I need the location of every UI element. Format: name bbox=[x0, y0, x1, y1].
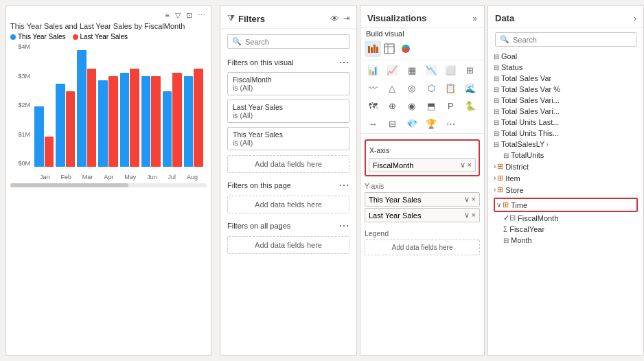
chart-scrollbar[interactable] bbox=[10, 183, 207, 187]
legend-add-data-btn[interactable]: Add data fields here bbox=[365, 240, 480, 255]
bar-red-4[interactable] bbox=[130, 69, 139, 167]
viz-icon-13[interactable]: 🗺 bbox=[365, 97, 381, 114]
tree-group-time[interactable]: ∨⊞Time bbox=[494, 198, 638, 212]
viz-icon-3[interactable]: ▦ bbox=[404, 62, 420, 78]
viz-icon-10[interactable]: ⬡ bbox=[423, 80, 439, 96]
yaxis-2-chevron-icon[interactable]: ∨ bbox=[464, 211, 470, 220]
add-data-visual-btn[interactable]: Add data fields here bbox=[227, 155, 349, 173]
bar-red-7[interactable] bbox=[194, 69, 203, 167]
viz-icon-6[interactable]: ⊞ bbox=[462, 62, 479, 78]
time-expand-icon[interactable]: ∨ bbox=[496, 201, 501, 209]
viz-icon-20[interactable]: ⊟ bbox=[384, 115, 400, 132]
xaxis-close-icon[interactable]: × bbox=[468, 161, 472, 170]
xaxis-field-row[interactable]: FiscalMonth ∨ × bbox=[369, 158, 476, 172]
tree-item-status[interactable]: ⊟Status bbox=[492, 62, 639, 73]
viz-icon-9[interactable]: ◎ bbox=[404, 80, 420, 96]
store-expand-icon[interactable]: › bbox=[494, 186, 496, 194]
bar-red-3[interactable] bbox=[108, 76, 118, 167]
bar-blue-2[interactable] bbox=[77, 50, 87, 167]
expand-icon-totalsalesly[interactable]: › bbox=[546, 141, 548, 148]
district-expand-icon[interactable]: › bbox=[494, 163, 496, 170]
yaxis-1-chevron-icon[interactable]: ∨ bbox=[464, 195, 470, 204]
viz-type-pie-icon[interactable] bbox=[398, 40, 414, 57]
yaxis-2-close-icon[interactable]: × bbox=[472, 211, 476, 220]
add-data-all-btn[interactable]: Add data fields here bbox=[227, 236, 349, 254]
viz-type-table-icon[interactable] bbox=[381, 40, 398, 57]
viz-icon-16[interactable]: ⬒ bbox=[423, 97, 439, 114]
viz-expand-icon[interactable]: » bbox=[472, 14, 477, 23]
viz-icon-1[interactable]: 📊 bbox=[365, 62, 381, 78]
filter-lastyear-value: is (All) bbox=[233, 111, 344, 119]
data-panel-expand-icon[interactable]: › bbox=[634, 14, 636, 23]
viz-icon-8[interactable]: △ bbox=[384, 80, 400, 96]
data-search-input[interactable] bbox=[513, 36, 632, 44]
item-expand-icon[interactable]: › bbox=[494, 174, 496, 182]
expand-arrows-icon[interactable]: ⇥ bbox=[343, 14, 349, 24]
bar-red-1[interactable] bbox=[66, 91, 76, 167]
yaxis-field-row-2[interactable]: Last Year Sales ∨ × bbox=[365, 208, 480, 222]
tree-group-item[interactable]: ›⊞Item bbox=[492, 172, 639, 184]
bar-blue-6[interactable] bbox=[163, 91, 172, 167]
filters-search-input[interactable] bbox=[245, 38, 345, 46]
eye-icon[interactable]: 👁 bbox=[330, 14, 339, 24]
bar-blue-4[interactable] bbox=[120, 73, 130, 167]
bar-red-2[interactable] bbox=[87, 69, 97, 167]
filter-item-fiscalmonth[interactable]: FiscalMonth is (All) bbox=[227, 72, 349, 95]
more-icon[interactable]: ⋯ bbox=[196, 10, 207, 21]
viz-icon-12[interactable]: 🌊 bbox=[462, 80, 479, 96]
filters-search-box[interactable]: 🔍 bbox=[227, 34, 349, 49]
filter-fiscalmonth-value: is (All) bbox=[233, 84, 344, 92]
viz-icon-15[interactable]: ◉ bbox=[404, 97, 420, 114]
tree-item-total-sales-vari---[interactable]: ⊟Total Sales Vari... bbox=[492, 95, 639, 106]
filter-item-thisyear[interactable]: This Year Sales is (All) bbox=[227, 127, 349, 150]
on-page-more-icon[interactable]: ⋯ bbox=[338, 178, 349, 191]
yaxis-1-close-icon[interactable]: × bbox=[472, 195, 476, 204]
bar-red-6[interactable] bbox=[172, 73, 182, 167]
bar-red-5[interactable] bbox=[151, 76, 161, 167]
on-visual-more-icon[interactable]: ⋯ bbox=[338, 56, 349, 69]
bar-blue-7[interactable] bbox=[184, 76, 194, 167]
viz-icon-21[interactable]: 💎 bbox=[404, 115, 420, 132]
viz-icon-18[interactable]: 🐍 bbox=[462, 97, 479, 114]
scrollbar-thumb[interactable] bbox=[10, 183, 128, 187]
viz-icon-2[interactable]: 📈 bbox=[384, 62, 400, 78]
viz-icon-23[interactable]: ⋯ bbox=[442, 115, 459, 132]
add-data-page-btn[interactable]: Add data fields here bbox=[227, 196, 349, 213]
tree-item-goal[interactable]: ⊟Goal bbox=[492, 51, 639, 62]
checkbox-fiscalmonth[interactable]: ✓ bbox=[503, 213, 509, 222]
viz-icon-14[interactable]: ⊕ bbox=[384, 97, 400, 114]
tree-group-district[interactable]: ›⊞District bbox=[492, 161, 639, 172]
viz-icon-11[interactable]: 📋 bbox=[442, 80, 459, 96]
bar-red-0[interactable] bbox=[45, 137, 54, 167]
on-all-pages-more-icon[interactable]: ⋯ bbox=[338, 219, 349, 232]
expand-icon[interactable]: ⊡ bbox=[185, 10, 194, 21]
filter-item-lastyear[interactable]: Last Year Sales is (All) bbox=[227, 100, 349, 123]
bar-blue-1[interactable] bbox=[56, 84, 65, 167]
viz-icon-4[interactable]: 📉 bbox=[423, 62, 439, 78]
viz-icon-7[interactable]: 〰 bbox=[365, 80, 381, 96]
viz-icon-5[interactable]: ⬜ bbox=[442, 62, 459, 78]
tree-item-total-units-this---[interactable]: ⊟Total Units This... bbox=[492, 128, 639, 139]
menu-icon[interactable]: ≡ bbox=[164, 10, 171, 21]
bar-blue-3[interactable] bbox=[98, 80, 108, 167]
viz-icon-22[interactable]: 🏆 bbox=[423, 115, 439, 132]
filter-icon[interactable]: ▽ bbox=[174, 10, 182, 21]
bar-blue-5[interactable] bbox=[141, 76, 151, 167]
bar-blue-0[interactable] bbox=[34, 106, 44, 167]
tree-item-fiscalyear[interactable]: ΣFiscalYear bbox=[492, 224, 639, 235]
yaxis-field-row-1[interactable]: This Year Sales ∨ × bbox=[365, 192, 480, 207]
tree-item-fiscalmonth[interactable]: ✓⊟FiscalMonth bbox=[492, 212, 639, 224]
data-search-box[interactable]: 🔍 bbox=[495, 32, 636, 47]
viz-icon-17[interactable]: Ρ bbox=[442, 97, 459, 114]
tree-item-total-units-last---[interactable]: ⊟Total Units Last... bbox=[492, 117, 639, 128]
tree-item-totalsalesly[interactable]: ⊟TotalSalesLY› bbox=[492, 139, 639, 150]
tree-item-total-sales-var--[interactable]: ⊟Total Sales Var % bbox=[492, 84, 639, 95]
xaxis-chevron-icon[interactable]: ∨ bbox=[460, 161, 465, 170]
tree-item-month[interactable]: ⊟Month bbox=[492, 235, 639, 246]
tree-group-store[interactable]: ›⊞Store bbox=[492, 184, 639, 196]
tree-item-totalunits[interactable]: ⊟TotalUnits bbox=[492, 150, 639, 161]
viz-type-bar-icon[interactable] bbox=[365, 40, 381, 57]
tree-item-total-sales-var[interactable]: ⊟Total Sales Var bbox=[492, 73, 639, 84]
viz-icon-19[interactable]: ↔ bbox=[365, 115, 381, 132]
tree-item-total-sales-vari---[interactable]: ⊟Total Sales Vari... bbox=[492, 106, 639, 117]
